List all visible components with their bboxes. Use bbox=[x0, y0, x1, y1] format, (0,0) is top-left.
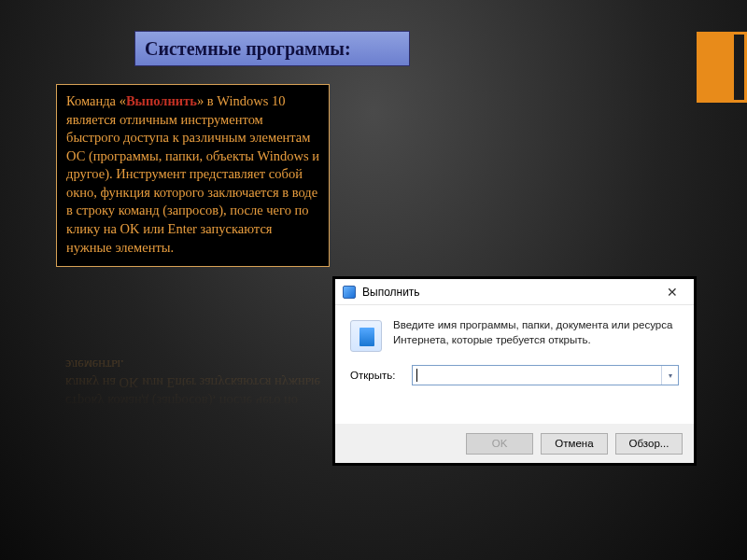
run-dialog: Выполнить ✕ Введите имя программы, папки… bbox=[332, 276, 697, 466]
close-icon: ✕ bbox=[667, 285, 678, 300]
run-logo-icon bbox=[350, 320, 382, 352]
description-box: Команда «Выполнить» в Windows 10 являетс… bbox=[56, 84, 330, 267]
chevron-down-icon: ▾ bbox=[669, 371, 672, 380]
run-footer: OK Отмена Обзор... bbox=[335, 424, 694, 463]
text-caret bbox=[416, 369, 417, 382]
open-combobox[interactable]: ▾ bbox=[412, 365, 679, 385]
run-hint: Введите имя программы, папки, документа … bbox=[393, 318, 679, 352]
cancel-button[interactable]: Отмена bbox=[541, 433, 608, 455]
ok-button[interactable]: OK bbox=[466, 433, 533, 455]
run-title: Выполнить bbox=[362, 286, 658, 299]
desc-keyword: Выполнить bbox=[126, 93, 197, 108]
run-titlebar: Выполнить ✕ bbox=[335, 279, 694, 305]
close-button[interactable]: ✕ bbox=[658, 281, 686, 303]
slide-title: Системные программы: bbox=[134, 31, 410, 66]
dropdown-button[interactable]: ▾ bbox=[661, 366, 678, 385]
desc-post: » в Windows 10 является отличным инструм… bbox=[66, 93, 319, 255]
open-label: Открыть: bbox=[350, 370, 402, 381]
run-app-icon bbox=[343, 286, 356, 299]
browse-button[interactable]: Обзор... bbox=[615, 433, 683, 455]
desc-pre: Команда « bbox=[66, 93, 126, 108]
description-reflection: строку команд (запросов), после чего по … bbox=[56, 316, 330, 410]
accent-frame bbox=[697, 32, 747, 103]
